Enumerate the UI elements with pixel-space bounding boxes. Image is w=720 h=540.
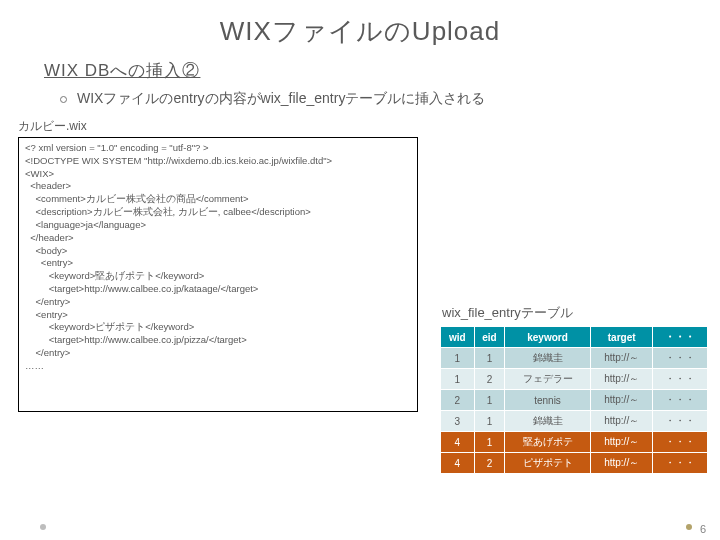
db-table-wrap: wix_file_entryテーブル wideidkeywordtarget・・… [440, 304, 708, 474]
table-header-cell: wid [441, 327, 475, 348]
table-cell: http://～ [590, 453, 652, 474]
bullet-text: WIXファイルのentryの内容がwix_file_entryテーブルに挿入され… [77, 90, 485, 108]
table-row: 41堅あげポテhttp://～・・・ [441, 432, 708, 453]
table-row: 42ピザポテトhttp://～・・・ [441, 453, 708, 474]
table-cell: http://～ [590, 411, 652, 432]
bullet-icon [60, 96, 67, 103]
table-cell: 1 [441, 348, 475, 369]
table-cell: ・・・ [653, 348, 708, 369]
page-number: 6 [700, 523, 706, 535]
table-cell: tennis [505, 390, 591, 411]
table-cell: http://～ [590, 369, 652, 390]
table-row: 11錦織圭http://～・・・ [441, 348, 708, 369]
table-row: 21tennishttp://～・・・ [441, 390, 708, 411]
table-cell: http://～ [590, 390, 652, 411]
table-cell: 1 [441, 369, 475, 390]
table-cell: 4 [441, 432, 475, 453]
xml-source-box: <? xml version = "1.0" encoding = "utf-8… [18, 137, 418, 412]
table-caption: wix_file_entryテーブル [440, 304, 708, 322]
table-cell: http://～ [590, 432, 652, 453]
table-cell: ピザポテト [505, 453, 591, 474]
table-cell: フェデラー [505, 369, 591, 390]
table-cell: ・・・ [653, 453, 708, 474]
table-cell: 4 [441, 453, 475, 474]
table-header-cell: target [590, 327, 652, 348]
table-cell: 1 [474, 348, 504, 369]
page-number-dot-icon [686, 524, 692, 530]
table-cell: 1 [474, 390, 504, 411]
table-cell: http://～ [590, 348, 652, 369]
table-header-cell: keyword [505, 327, 591, 348]
table-cell: 3 [441, 411, 475, 432]
table-cell: 2 [441, 390, 475, 411]
table-cell: 2 [474, 453, 504, 474]
table-cell: 1 [474, 432, 504, 453]
table-cell: 錦織圭 [505, 348, 591, 369]
wix-file-entry-table: wideidkeywordtarget・・・ 11錦織圭http://～・・・1… [440, 326, 708, 474]
table-row: 12フェデラーhttp://～・・・ [441, 369, 708, 390]
table-cell: ・・・ [653, 369, 708, 390]
table-cell: 堅あげポテ [505, 432, 591, 453]
table-header-cell: ・・・ [653, 327, 708, 348]
table-header-cell: eid [474, 327, 504, 348]
table-cell: 2 [474, 369, 504, 390]
table-cell: 錦織圭 [505, 411, 591, 432]
table-cell: ・・・ [653, 432, 708, 453]
page-title: WIXファイルのUpload [0, 0, 720, 59]
bullet-item: WIXファイルのentryの内容がwix_file_entryテーブルに挿入され… [60, 90, 720, 108]
table-row: 31錦織圭http://～・・・ [441, 411, 708, 432]
table-cell: ・・・ [653, 390, 708, 411]
source-filename: カルビー.wix [18, 118, 720, 135]
table-cell: ・・・ [653, 411, 708, 432]
table-cell: 1 [474, 411, 504, 432]
decorative-dot-icon [40, 524, 46, 530]
section-subhead: WIX DBへの挿入② [44, 59, 720, 82]
